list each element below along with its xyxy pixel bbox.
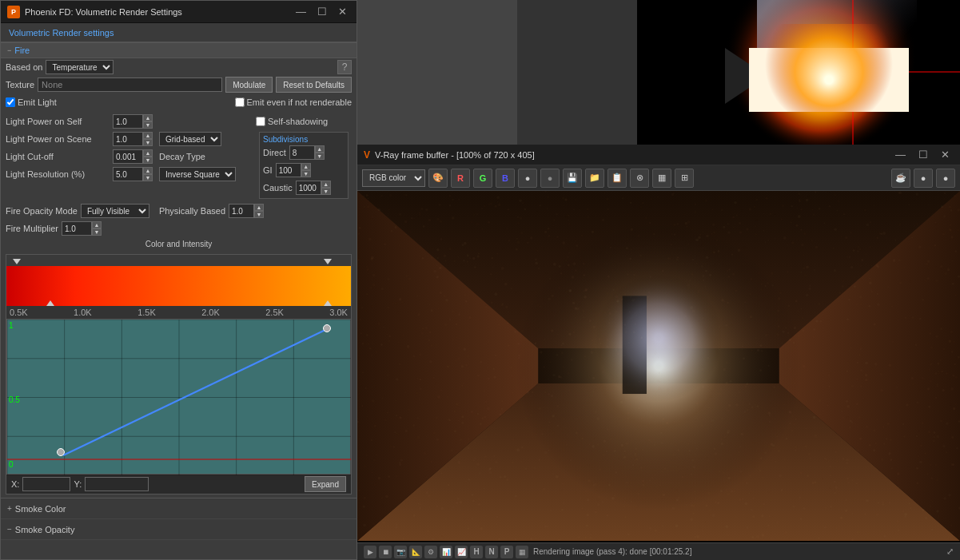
emit-light-checkbox[interactable]	[6, 97, 15, 107]
blue-channel-btn[interactable]: B	[496, 169, 515, 188]
caustic-row: Caustic ▲ ▼	[263, 179, 345, 197]
tea-btn[interactable]: ☕	[891, 169, 910, 188]
physically-based-spinner-btns: ▲ ▼	[254, 204, 264, 218]
light-cutoff-input[interactable]	[113, 149, 143, 164]
smoke-color-section[interactable]: + Smoke Color	[1, 498, 357, 519]
light-power-self-up[interactable]: ▲	[143, 114, 153, 121]
axis-tick-1: 0.5K	[10, 308, 28, 317]
reset-to-defaults-button[interactable]: Reset to Defaults	[276, 77, 352, 93]
vray-minimize-btn[interactable]: —	[891, 149, 910, 161]
caustic-spinner: ▲ ▼	[296, 181, 331, 195]
light-power-self-input[interactable]	[113, 114, 143, 129]
physically-based-input[interactable]	[229, 204, 254, 218]
light-power-scene-up[interactable]: ▲	[143, 132, 153, 139]
vray-close-btn[interactable]: ✕	[937, 149, 954, 161]
control-point-start[interactable]	[57, 448, 65, 456]
maximize-button[interactable]: ☐	[314, 6, 330, 18]
inverse-square-select[interactable]: Inverse Square Linear None	[159, 167, 236, 181]
emit-light-checkbox-label[interactable]: Emit Light	[6, 97, 57, 107]
smoke-color-label: Smoke Color	[15, 504, 66, 514]
smoke-opacity-section[interactable]: − Smoke Opacity	[1, 519, 357, 540]
grid-btn[interactable]: ▦	[652, 169, 671, 188]
red-channel-btn[interactable]: R	[451, 169, 470, 188]
marker-bottom-2[interactable]	[324, 300, 332, 306]
minimize-button[interactable]: —	[293, 6, 309, 18]
gear-icon[interactable]: ⚙	[424, 546, 437, 558]
close-button[interactable]: ✕	[335, 6, 350, 18]
vray-title: V-Ray frame buffer - [100% of 720 x 405]	[375, 150, 886, 160]
physically-based-down[interactable]: ▼	[254, 211, 264, 218]
fire-multiplier-input[interactable]	[62, 221, 92, 236]
light-resolution-up[interactable]: ▲	[143, 167, 153, 174]
modulate-button[interactable]: Modulate	[225, 77, 273, 93]
texture-field[interactable]: None	[38, 77, 222, 92]
fire-multiplier-down[interactable]: ▼	[92, 228, 102, 236]
vray-maximize-btn[interactable]: ☐	[914, 149, 932, 161]
light-resolution-down[interactable]: ▼	[143, 174, 153, 181]
control-point-end[interactable]	[323, 324, 331, 332]
ruler-btn[interactable]: 📐	[409, 546, 422, 558]
marker-right-top[interactable]	[324, 259, 332, 264]
marker-bottom-1[interactable]	[46, 300, 54, 306]
light-power-scene-input[interactable]	[113, 132, 143, 146]
light-power-self-down[interactable]: ▼	[143, 121, 153, 129]
expand-button[interactable]: Expand	[305, 476, 346, 492]
light-power-scene-down[interactable]: ▼	[143, 139, 153, 146]
green-channel-btn[interactable]: G	[473, 169, 492, 188]
direct-up[interactable]: ▲	[315, 145, 325, 153]
gi-up[interactable]: ▲	[301, 163, 311, 170]
graph-btn[interactable]: 📈	[455, 546, 468, 558]
light-cutoff-down[interactable]: ▼	[143, 157, 153, 164]
emit-even-if-checkbox[interactable]	[235, 97, 245, 107]
gi-row: GI ▲ ▼	[263, 161, 345, 179]
light-resolution-input[interactable]	[113, 167, 143, 181]
clear-btn[interactable]: ⊗	[630, 169, 649, 188]
gradient-axis: 0.5K 1.0K 1.5K 2.0K 2.5K 3.0K	[6, 306, 351, 319]
expand-icon[interactable]: ⤢	[946, 546, 954, 557]
gi-down[interactable]: ▼	[301, 170, 311, 177]
h-btn[interactable]: H	[470, 546, 483, 558]
color-wheel-btn[interactable]: 🎨	[428, 169, 448, 188]
help-button[interactable]: ?	[337, 60, 352, 74]
gi-input[interactable]	[276, 163, 301, 177]
fire-multiplier-up[interactable]: ▲	[92, 221, 102, 228]
physically-based-up[interactable]: ▲	[254, 204, 264, 211]
gradient-bar[interactable]	[6, 266, 351, 306]
marker-left-top[interactable]	[13, 259, 21, 264]
color-mode-select[interactable]: RGB color Alpha Luminance	[362, 169, 425, 187]
open-btn[interactable]: 📁	[585, 169, 604, 188]
fire-section-header[interactable]: − Fire	[1, 42, 357, 58]
curve-area[interactable]: 1 0.5 0	[6, 319, 351, 475]
caustic-down[interactable]: ▼	[321, 188, 331, 195]
emit-even-if-checkbox-label[interactable]: Emit even if not renderable	[235, 97, 352, 107]
direct-down[interactable]: ▼	[315, 153, 325, 160]
y-input[interactable]	[85, 477, 149, 491]
direct-input[interactable]	[289, 145, 315, 160]
compare-btn[interactable]: ⊞	[675, 169, 694, 188]
caustic-input[interactable]	[296, 181, 321, 195]
dot-btn-1[interactable]: ●	[914, 169, 933, 188]
camera-btn[interactable]: 📷	[394, 546, 407, 558]
n-btn[interactable]: N	[485, 546, 498, 558]
caustic-up[interactable]: ▲	[321, 181, 331, 188]
extra-btn-1[interactable]: ▦	[516, 546, 528, 558]
stop-btn[interactable]: ⏹	[379, 546, 392, 558]
grid-based-select[interactable]: Grid-based Adaptive	[159, 132, 221, 146]
save-btn[interactable]: 💾	[563, 169, 582, 188]
chart-btn[interactable]: 📊	[440, 546, 452, 558]
circle-btn-2[interactable]: ●	[540, 169, 560, 188]
play-btn[interactable]: ▶	[364, 546, 376, 558]
emit-even-if-label: Emit even if not renderable	[247, 97, 352, 107]
light-cutoff-up[interactable]: ▲	[143, 149, 153, 157]
self-shadowing-label[interactable]: Self-shadowing	[256, 117, 328, 126]
fire-opacity-select[interactable]: Fully Visible Additive Multiplicative	[81, 204, 149, 218]
self-shadowing-checkbox[interactable]	[256, 117, 265, 126]
x-input[interactable]	[22, 477, 70, 491]
p-btn[interactable]: P	[500, 546, 513, 558]
chart-container: 0.5K 1.0K 1.5K 2.0K 2.5K 3.0K 1 0.5 0 X	[6, 254, 352, 494]
based-on-select[interactable]: Temperature Smoke Fuel	[46, 60, 114, 74]
copy-btn[interactable]: 📋	[607, 169, 627, 188]
circle-btn-1[interactable]: ●	[518, 169, 537, 188]
light-resolution-spinner-btns: ▲ ▼	[143, 167, 153, 181]
dot-btn-2[interactable]: ●	[936, 169, 955, 188]
